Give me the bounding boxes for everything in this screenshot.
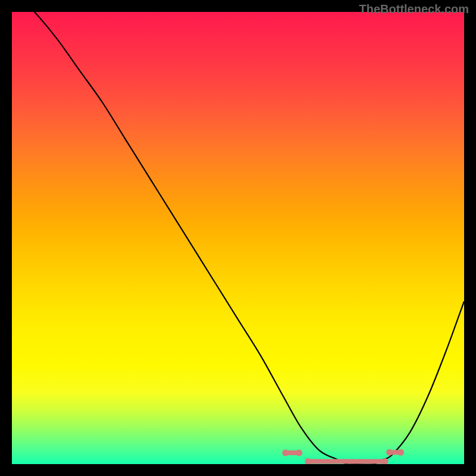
bottleneck-curve <box>12 12 464 464</box>
svg-point-2 <box>296 450 302 456</box>
svg-point-8 <box>397 449 404 456</box>
bottleneck-chart <box>12 12 464 464</box>
chart-svg <box>12 12 464 464</box>
watermark-text: TheBottleneck.com <box>359 2 469 16</box>
optimal-zone-markers <box>282 449 404 464</box>
svg-point-7 <box>386 449 393 456</box>
svg-point-1 <box>282 450 289 456</box>
